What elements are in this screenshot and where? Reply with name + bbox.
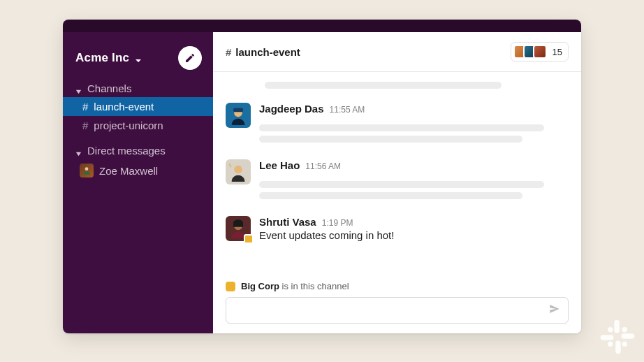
channel-header: # launch-event 15 [213,32,581,72]
send-icon[interactable] [548,303,561,318]
member-avatars [513,45,547,59]
workspace-header: Acme Inc [63,42,213,80]
channels-label: Channels [87,82,131,94]
sidebar-dm-zoe-maxwell[interactable]: Zoe Maxwell [63,159,213,182]
svg-rect-2 [233,108,243,113]
chevron-down-icon [135,55,142,61]
message-input[interactable] [226,297,569,324]
dms-label: Direct messages [87,145,166,157]
message: Lee Hao 11:56 AM [226,154,569,210]
channel-name: launch-event [94,101,154,113]
message-placeholder [226,72,569,97]
member-count: 15 [552,47,562,57]
message-author[interactable]: Lee Hao [259,159,300,171]
composer-area [213,294,581,333]
svg-rect-7 [615,341,620,354]
workspace-switcher[interactable]: Acme Inc [75,51,142,65]
workspace-name: Acme Inc [75,51,129,65]
message-time: 11:55 AM [330,105,365,115]
svg-rect-11 [608,342,613,347]
avatar [533,45,547,59]
app-body: Acme Inc Channels # launch-event # [63,32,581,333]
sidebar: Acme Inc Channels # launch-event # [63,32,213,333]
members-button[interactable]: 15 [511,42,569,61]
svg-point-3 [234,166,242,174]
channels-section-header[interactable]: Channels [63,80,213,97]
avatar [80,164,94,178]
app-badge-icon [244,234,254,244]
window-titlebar [63,20,581,32]
triangle-down-icon [75,85,82,92]
context-note-text: Big Corp is in this channel [241,281,349,291]
avatar[interactable] [226,216,251,241]
hash-icon: # [226,46,231,58]
svg-rect-12 [622,342,627,347]
context-note: Big Corp is in this channel [213,275,581,294]
sidebar-channel-project-unicorn[interactable]: # project-unicorn [63,116,213,135]
channel-title[interactable]: # launch-event [226,46,300,58]
svg-rect-5 [614,320,619,333]
message: Shruti Vasa 1:19 PM Event updates coming… [226,210,569,244]
hash-icon: # [82,101,88,113]
message-text: Event updates coming in hot! [259,229,569,241]
message-time: 11:56 AM [305,161,341,171]
app-window: Acme Inc Channels # launch-event # [63,20,581,333]
dms-section-header[interactable]: Direct messages [63,142,213,159]
app-badge-icon [226,282,235,291]
svg-rect-10 [622,327,627,332]
svg-rect-8 [622,333,635,338]
message-list[interactable]: Jagdeep Das 11:55 AM [213,72,581,275]
message-author[interactable]: Shruti Vasa [259,216,316,228]
compose-icon [184,52,196,64]
svg-point-0 [85,167,89,171]
main-panel: # launch-event 15 [213,32,581,333]
svg-rect-9 [608,327,613,332]
hash-icon: # [82,120,88,131]
channel-name: project-unicorn [94,120,163,131]
slack-logo-icon [598,317,637,356]
channel-name: launch-event [235,46,300,58]
sidebar-channel-launch-event[interactable]: # launch-event [63,97,213,116]
avatar[interactable] [226,103,251,128]
message: Jagdeep Das 11:55 AM [226,97,569,154]
dm-name: Zoe Maxwell [99,165,158,177]
compose-button[interactable] [178,46,202,70]
message-author[interactable]: Jagdeep Das [259,103,324,115]
message-time: 1:19 PM [322,218,353,228]
svg-rect-6 [601,335,614,340]
triangle-down-icon [75,147,82,154]
avatar[interactable] [226,159,251,184]
